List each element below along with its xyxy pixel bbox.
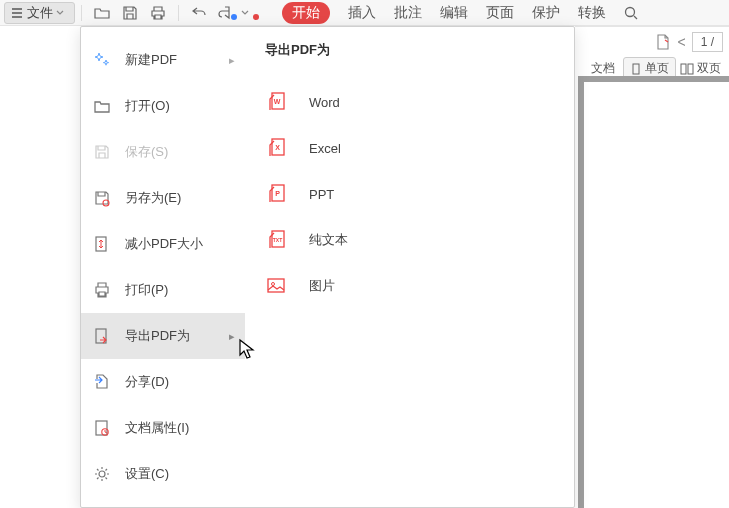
separator [81, 5, 82, 21]
tab-convert[interactable]: 转换 [578, 4, 606, 22]
export-excel[interactable]: X Excel [265, 125, 554, 171]
file-menu-dropdown: 新建PDF ▸ 打开(O) 保存(S) 另存为(E) 减小PDF大小 打印(P)… [80, 26, 575, 508]
label: PPT [309, 187, 334, 202]
submenu-arrow-icon: ▸ [229, 54, 235, 67]
word-icon: W [265, 91, 287, 113]
label: 纯文本 [309, 231, 348, 249]
right-toolbar: < 1 / 文档 单页 双页 [575, 26, 729, 76]
save-as-icon [93, 189, 111, 207]
svg-text:TXT: TXT [273, 237, 282, 243]
top-toolbar: 文件 开始 插入 批注 编辑 页面 保护 转换 [0, 0, 729, 26]
export-text[interactable]: TXT 纯文本 [265, 217, 554, 263]
menu-export-pdf[interactable]: 导出PDF为 [81, 313, 245, 359]
chevron-down-icon [56, 9, 64, 17]
label: 新建PDF [125, 51, 177, 69]
gear-icon [93, 465, 111, 483]
tab-annotate[interactable]: 批注 [394, 4, 422, 22]
label: 打开(O) [125, 97, 170, 115]
properties-icon [93, 419, 111, 437]
menu-new-pdf[interactable]: 新建PDF ▸ [81, 37, 245, 83]
tab-protect[interactable]: 保护 [532, 4, 560, 22]
svg-rect-1 [633, 64, 639, 74]
search-button[interactable] [621, 3, 641, 23]
svg-point-0 [626, 7, 635, 16]
export-icon [93, 327, 111, 345]
svg-point-19 [272, 283, 275, 286]
label: 图片 [309, 277, 335, 295]
tab-insert[interactable]: 插入 [348, 4, 376, 22]
file-label: 文件 [27, 4, 53, 22]
tab-start[interactable]: 开始 [282, 2, 330, 24]
folder-icon [93, 97, 111, 115]
svg-text:W: W [274, 98, 281, 105]
menu-shrink-pdf[interactable]: 减小PDF大小 [81, 221, 245, 267]
label: Word [309, 95, 340, 110]
save-icon [93, 143, 111, 161]
single-page-icon [630, 63, 642, 75]
page-current: 1 / [701, 35, 714, 49]
label: 分享(D) [125, 373, 169, 391]
label: 减小PDF大小 [125, 235, 203, 253]
sparkle-doc-icon [93, 51, 111, 69]
label: 导出PDF为 [125, 327, 190, 345]
menu-save-as[interactable]: 另存为(E) [81, 175, 245, 221]
share-icon [93, 373, 111, 391]
undo-button[interactable] [189, 3, 209, 23]
label: 另存为(E) [125, 189, 181, 207]
file-menu-button[interactable]: 文件 [4, 2, 75, 24]
doc-icon [655, 34, 671, 50]
chevron-down-icon[interactable] [241, 9, 249, 17]
page-arrow-left[interactable]: < [677, 34, 685, 50]
menu-share[interactable]: 分享(D) [81, 359, 245, 405]
submenu-title: 导出PDF为 [265, 41, 554, 59]
compress-icon [93, 235, 111, 253]
label: 设置(C) [125, 465, 169, 483]
save-button[interactable] [120, 3, 140, 23]
doc-label: 文档 [591, 60, 615, 77]
export-word[interactable]: W Word [265, 79, 554, 125]
ppt-icon: P [265, 183, 287, 205]
image-icon [265, 275, 287, 297]
svg-point-9 [99, 471, 105, 477]
file-menu-submenu: 导出PDF为 W Word X Excel P PPT [245, 27, 574, 507]
single-page-label: 单页 [645, 60, 669, 77]
document-page[interactable] [584, 82, 729, 508]
label: 文档属性(I) [125, 419, 189, 437]
label: Excel [309, 141, 341, 156]
svg-text:X: X [275, 144, 280, 151]
separator [178, 5, 179, 21]
menu-settings[interactable]: 设置(C) [81, 451, 245, 497]
page-input[interactable]: 1 / [692, 32, 723, 52]
double-page-icon [680, 63, 694, 75]
menu-save: 保存(S) [81, 129, 245, 175]
svg-rect-2 [681, 64, 686, 74]
tab-edit[interactable]: 编辑 [440, 4, 468, 22]
menu-open[interactable]: 打开(O) [81, 83, 245, 129]
document-canvas [578, 76, 729, 508]
svg-rect-18 [268, 279, 284, 292]
hamburger-icon [11, 7, 23, 19]
export-image[interactable]: 图片 [265, 263, 554, 309]
tab-page[interactable]: 页面 [486, 4, 514, 22]
menu-properties[interactable]: 文档属性(I) [81, 405, 245, 451]
redo-button[interactable] [217, 3, 237, 23]
double-page-label: 双页 [697, 60, 721, 77]
label: 打印(P) [125, 281, 168, 299]
svg-rect-3 [688, 64, 693, 74]
export-ppt[interactable]: P PPT [265, 171, 554, 217]
menu-print[interactable]: 打印(P) [81, 267, 245, 313]
txt-icon: TXT [265, 229, 287, 251]
label: 保存(S) [125, 143, 168, 161]
print-icon [93, 281, 111, 299]
print-button[interactable] [148, 3, 168, 23]
file-menu-left-column: 新建PDF ▸ 打开(O) 保存(S) 另存为(E) 减小PDF大小 打印(P)… [81, 27, 245, 507]
svg-text:P: P [275, 190, 280, 197]
excel-icon: X [265, 137, 287, 159]
open-folder-button[interactable] [92, 3, 112, 23]
